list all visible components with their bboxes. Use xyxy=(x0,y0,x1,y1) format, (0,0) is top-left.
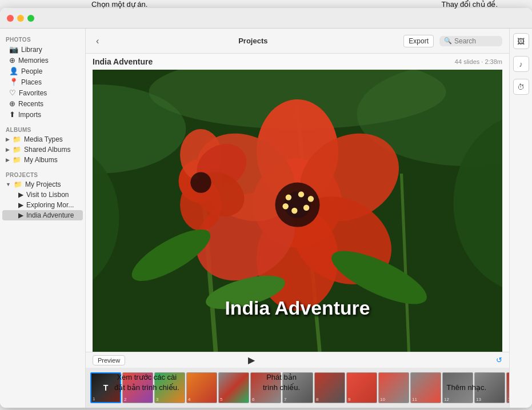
svg-point-20 xyxy=(308,196,314,202)
theme-icon: 🖼 xyxy=(517,37,525,46)
shared-albums-icon: 📁 xyxy=(13,146,21,154)
music-button[interactable]: ♪ xyxy=(513,56,529,72)
media-types-icon: 📁 xyxy=(13,135,21,143)
sidebar-item-visit-lisbon[interactable]: ▶ Visit to Lisbon xyxy=(2,190,83,200)
sidebar-item-places[interactable]: 📍 Places xyxy=(2,77,83,87)
film-thumb-13[interactable]: 13 xyxy=(474,372,505,403)
film-thumb-2[interactable]: 2 xyxy=(122,372,153,403)
bottom-bar: Preview ▶ ↺ xyxy=(86,352,509,368)
project-title: India Adventure xyxy=(93,57,153,66)
favorites-icon: ♡ xyxy=(9,89,16,97)
memories-icon: ⊕ xyxy=(9,56,15,65)
my-albums-icon: 📁 xyxy=(13,156,21,164)
chevron-media-types-icon: ▶ xyxy=(6,136,10,142)
slideshow-icon-india: ▶ xyxy=(18,211,23,219)
sidebar-group-media-types[interactable]: ▶ 📁 Media Types xyxy=(2,134,83,144)
chevron-shared-icon: ▶ xyxy=(6,147,10,152)
slideshow-icon-exploring: ▶ xyxy=(18,201,23,209)
maximize-button[interactable] xyxy=(27,15,34,22)
svg-point-23 xyxy=(283,203,289,209)
sidebar-group-my-albums[interactable]: ▶ 📁 My Albums xyxy=(2,155,83,165)
film-thumb-1[interactable]: T 1 xyxy=(90,372,121,403)
annotation-top-left: Chọn một dự án. xyxy=(91,0,147,9)
sidebar-label-memories: Memories xyxy=(18,57,49,65)
projects-folder-icon: 📁 xyxy=(14,180,22,188)
preview-button[interactable]: Preview xyxy=(93,355,125,365)
svg-point-22 xyxy=(291,208,297,214)
sidebar-item-people[interactable]: 👤 People xyxy=(2,66,83,77)
places-icon: 📍 xyxy=(9,78,18,86)
film-thumb-14[interactable]: 14 xyxy=(506,372,509,403)
recents-icon: ⊕ xyxy=(9,99,15,108)
film-thumb-10[interactable]: 10 xyxy=(378,372,409,403)
sidebar-item-exploring-mor[interactable]: ▶ Exploring Mor... xyxy=(2,200,83,210)
repeat-button[interactable]: ↺ xyxy=(496,356,502,364)
close-button[interactable] xyxy=(7,15,14,22)
photos-section-label: Photos xyxy=(0,33,85,44)
export-button[interactable]: Export xyxy=(403,35,434,47)
film-thumb-7[interactable]: 7 xyxy=(282,372,313,403)
sidebar-label-people: People xyxy=(21,67,42,75)
film-thumb-5[interactable]: 5 xyxy=(218,372,249,403)
sidebar-label-shared-albums: Shared Albums xyxy=(24,146,70,154)
sidebar-label-media-types: Media Types xyxy=(24,135,63,143)
chevron-my-albums-icon: ▶ xyxy=(6,157,10,163)
svg-point-21 xyxy=(303,205,309,211)
preview-container: India Adventure xyxy=(93,70,502,352)
sidebar-item-memories[interactable]: ⊕ Memories xyxy=(2,55,83,66)
theme-button[interactable]: 🖼 xyxy=(513,33,529,49)
minimize-button[interactable] xyxy=(17,15,24,22)
sidebar-label-imports: Imports xyxy=(18,111,41,119)
film-thumb-11[interactable]: 11 xyxy=(410,372,441,403)
search-box: 🔍 xyxy=(439,36,502,46)
svg-point-19 xyxy=(298,191,304,197)
toolbar-title: Projects xyxy=(108,37,398,45)
sidebar-item-india-adventure[interactable]: ▶ India Adventure xyxy=(2,210,83,220)
film-thumb-3[interactable]: 3 xyxy=(154,372,185,403)
imports-icon: ⬆ xyxy=(9,110,15,119)
svg-point-18 xyxy=(286,194,291,200)
sidebar-label-visit-lisbon: Visit to Lisbon xyxy=(26,191,69,199)
music-icon: ♪ xyxy=(519,60,523,69)
content-area: ‹ Projects Export 🔍 India Adventure 44 s… xyxy=(86,29,509,408)
content-toolbar: ‹ Projects Export 🔍 xyxy=(86,29,509,54)
back-button[interactable]: ‹ xyxy=(93,35,102,47)
sidebar-group-shared-albums[interactable]: ▶ 📁 Shared Albums xyxy=(2,144,83,155)
sidebar-item-recents[interactable]: ⊕ Recents xyxy=(2,98,83,109)
people-icon: 👤 xyxy=(9,67,18,75)
search-input[interactable] xyxy=(454,37,500,45)
film-thumb-12[interactable]: 12 xyxy=(442,372,473,403)
sidebar-label-india-adventure: India Adventure xyxy=(26,211,74,219)
preview-image: India Adventure xyxy=(93,70,502,352)
duration-icon: ⏱ xyxy=(517,83,525,91)
chevron-projects-icon: ▼ xyxy=(6,182,11,187)
sidebar-label-library: Library xyxy=(21,46,42,54)
albums-section-label: Albums xyxy=(0,123,85,134)
film-thumb-4[interactable]: 4 xyxy=(186,372,217,403)
svg-text:India Adventure: India Adventure xyxy=(225,297,370,319)
slideshow-icon-lisbon: ▶ xyxy=(18,191,23,199)
sidebar: Photos 📷 Library ⊕ Memories 👤 People 📍 P… xyxy=(0,29,86,408)
sidebar-label-exploring-mor: Exploring Mor... xyxy=(26,201,74,209)
sidebar-label-my-projects: My Projects xyxy=(25,180,61,188)
library-icon: 📷 xyxy=(9,45,18,54)
film-thumb-8[interactable]: 8 xyxy=(314,372,345,403)
annotation-top-right: Thay đổi chủ đề. xyxy=(442,0,498,9)
play-button[interactable]: ▶ xyxy=(248,355,255,365)
app-window: Photos 📷 Library ⊕ Memories 👤 People 📍 P… xyxy=(0,8,532,408)
duration-button[interactable]: ⏱ xyxy=(513,79,529,95)
sidebar-group-my-projects[interactable]: ▼ 📁 My Projects xyxy=(2,179,83,190)
traffic-lights xyxy=(7,15,34,22)
sidebar-item-favorites[interactable]: ♡ Favorites xyxy=(2,87,83,98)
search-icon: 🔍 xyxy=(444,37,452,45)
project-meta: 44 slides · 2:38m xyxy=(455,58,502,65)
film-thumb-9[interactable]: 9 xyxy=(346,372,377,403)
projects-section-label: Projects xyxy=(0,168,85,179)
sidebar-item-imports[interactable]: ⬆ Imports xyxy=(2,109,83,120)
sidebar-label-favorites: Favorites xyxy=(19,89,47,97)
film-thumb-6[interactable]: 6 xyxy=(250,372,281,403)
sidebar-label-my-albums: My Albums xyxy=(24,156,58,164)
filmstrip: T 1 2 3 4 5 xyxy=(86,368,509,408)
sidebar-label-places: Places xyxy=(21,78,42,86)
sidebar-item-library[interactable]: 📷 Library xyxy=(2,44,83,55)
